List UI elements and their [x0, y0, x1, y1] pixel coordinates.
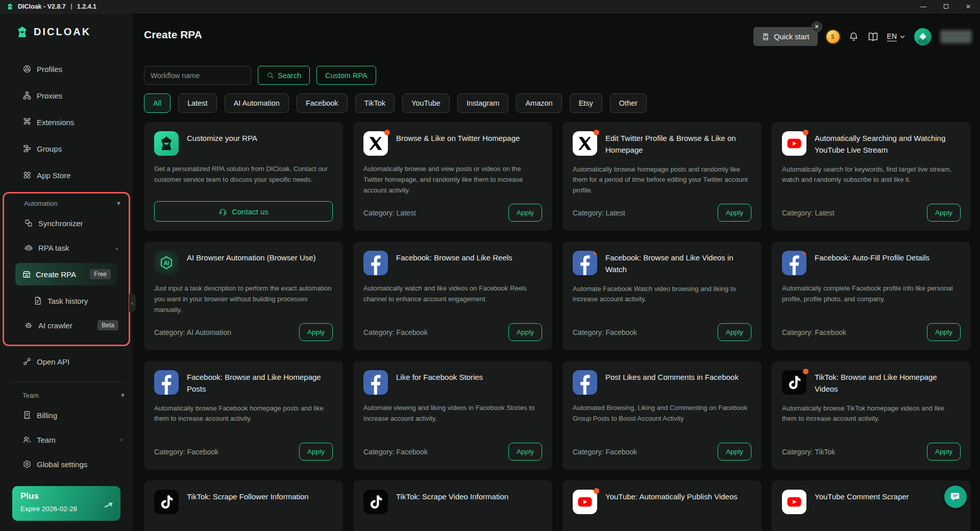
card-title: Post Likes and Comments in Facebook: [605, 371, 739, 383]
sidebar-collapse-handle[interactable]: ‹: [129, 294, 136, 312]
apply-button[interactable]: Apply: [508, 443, 542, 461]
rpa-card-grid: Customize your RPA Get a personalized RP…: [144, 122, 971, 531]
rpa-card[interactable]: Edit Twitter Profile & Browse & Like on …: [562, 122, 762, 231]
tiktok-icon: [154, 490, 179, 514]
apply-button[interactable]: Apply: [718, 204, 751, 222]
filter-chip-all[interactable]: All: [144, 93, 170, 113]
quick-start-button[interactable]: Quick start: [753, 27, 817, 46]
rpa-card[interactable]: TikTok: Scrape Follower Information: [144, 480, 343, 531]
youtube-icon: [782, 490, 806, 514]
filter-chip-other[interactable]: Other: [610, 93, 647, 113]
apply-button[interactable]: Apply: [927, 443, 961, 461]
filter-chip-youtube[interactable]: YouTube: [402, 93, 450, 113]
rpa-card[interactable]: Browse & Like on Twitter Homepage Automa…: [353, 122, 552, 231]
rpa-card[interactable]: Automatically Searching and Watching You…: [772, 122, 971, 231]
filter-chip-etsy[interactable]: Etsy: [570, 93, 602, 113]
rpa-card[interactable]: Facebook: Browse and Like Videos in Watc…: [562, 242, 762, 350]
apply-button[interactable]: Apply: [299, 323, 333, 341]
support-chat-button[interactable]: [944, 486, 967, 508]
card-category: Category: Facebook: [782, 328, 846, 336]
apply-button[interactable]: Apply: [299, 443, 333, 461]
item-label: Task history: [47, 297, 88, 305]
document-icon: [33, 296, 42, 305]
sidebar-item-proxies[interactable]: Proxies: [0, 82, 133, 109]
chat-bubble-icon: [949, 491, 962, 503]
contact-us-button[interactable]: Contact us: [154, 201, 333, 222]
apply-button[interactable]: Apply: [927, 323, 961, 341]
search-button[interactable]: Search: [258, 66, 310, 85]
rpa-card[interactable]: YouTube Comment Scraper: [772, 480, 971, 531]
sidebar-item-billing[interactable]: Billing: [0, 403, 133, 427]
profiles-icon: [22, 64, 32, 74]
filter-chip-amazon[interactable]: Amazon: [516, 93, 561, 113]
sidebar-logo: DICLOAK: [0, 13, 133, 42]
sidebar-item-synchronizer[interactable]: Synchronizer: [4, 211, 129, 235]
header-actions: Quick start ✕ $ EN: [753, 27, 972, 46]
close-icon[interactable]: ✕: [812, 21, 822, 32]
filter-chip-latest[interactable]: Latest: [178, 93, 217, 113]
filter-chip-instagram[interactable]: Instagram: [457, 93, 508, 113]
maximize-button[interactable]: [944, 4, 948, 9]
card-title: Customize your RPA: [187, 132, 257, 144]
card-description: Automatically browse homepage posts and …: [573, 164, 751, 196]
docs-book-icon[interactable]: [868, 31, 878, 42]
sidebar-item-rpa-task[interactable]: RPA task ⌄: [4, 235, 129, 260]
notification-bell-icon[interactable]: [848, 31, 859, 42]
sidebar-item-profiles[interactable]: Profiles: [0, 56, 133, 82]
sidebar-item-open-api[interactable]: Open API: [0, 348, 133, 375]
ai-automation-icon: AI: [154, 251, 179, 275]
synchronizer-icon: [24, 219, 33, 228]
filter-chip-ai-automation[interactable]: AI Automation: [225, 93, 289, 113]
sidebar-section-team[interactable]: Team ▼: [0, 388, 133, 403]
facebook-icon: [363, 370, 388, 395]
rpa-card[interactable]: Facebook: Browse and Like Homepage Posts…: [144, 361, 343, 470]
section-label: Automation: [24, 200, 58, 207]
app-store-icon: [22, 171, 32, 180]
rpa-card[interactable]: AI AI Browser Automation (Browser Use) J…: [144, 242, 343, 350]
search-label: Search: [278, 71, 301, 80]
sidebar-item-global-settings[interactable]: Global settings: [0, 452, 133, 476]
sidebar-item-extensions[interactable]: ⌘ Extensions: [0, 109, 133, 135]
headset-icon: [218, 207, 227, 216]
rpa-card[interactable]: Post Likes and Comments in Facebook Auto…: [562, 361, 762, 470]
sidebar-section-automation[interactable]: Automation ▼: [4, 196, 129, 211]
language-selector[interactable]: EN: [887, 32, 905, 41]
item-label: RPA task: [38, 244, 69, 252]
minimize-button[interactable]: —: [920, 4, 926, 10]
sidebar-item-groups[interactable]: Groups: [0, 135, 133, 162]
item-label: Team: [37, 436, 56, 444]
custom-rpa-button[interactable]: Custom RPA: [316, 66, 376, 85]
rpa-card[interactable]: Facebook: Browse and Like Reels Automati…: [353, 242, 552, 350]
close-button[interactable]: ✕: [966, 4, 971, 10]
apply-button[interactable]: Apply: [718, 323, 751, 341]
plus-plan-card[interactable]: Plus Expire 2026-02-28: [12, 486, 120, 521]
language-code: EN: [887, 32, 897, 41]
apply-button[interactable]: Apply: [508, 323, 542, 341]
card-description: Automatically browse Facebook homepage p…: [154, 403, 333, 425]
filter-chip-facebook[interactable]: Facebook: [297, 93, 348, 113]
sidebar-item-app-store[interactable]: App Store: [0, 162, 133, 188]
card-description: Automatically browse and view posts or v…: [363, 164, 542, 196]
rpa-card[interactable]: TikTok: Browse and Like Homepage Videos …: [772, 361, 971, 470]
item-label: App Store: [37, 171, 71, 180]
sidebar-item-task-history[interactable]: Task history: [4, 288, 129, 313]
coin-credit-icon[interactable]: $: [826, 30, 840, 43]
rpa-card[interactable]: Facebook: Auto-Fill Profile Details Auto…: [772, 242, 971, 350]
filter-chip-tiktok[interactable]: TikTok: [355, 93, 395, 113]
rpa-card[interactable]: Customize your RPA Get a personalized RP…: [144, 122, 343, 231]
sidebar-item-team[interactable]: Team ›: [0, 427, 133, 452]
rpa-card[interactable]: Like for Facebook Stories Automate viewi…: [353, 361, 552, 470]
sidebar-item-ai-crawler[interactable]: AI crawler Beta: [4, 313, 129, 337]
avatar[interactable]: [914, 28, 932, 45]
custom-rpa-label: Custom RPA: [325, 71, 368, 80]
workflow-name-input[interactable]: [144, 66, 251, 85]
apply-button[interactable]: Apply: [718, 443, 751, 461]
storefront-icon: [22, 270, 31, 279]
card-title: YouTube: Automatically Publish Videos: [605, 491, 738, 502]
rpa-card[interactable]: YouTube: Automatically Publish Videos: [562, 480, 762, 531]
username-redacted: [940, 30, 972, 43]
apply-button[interactable]: Apply: [927, 204, 961, 222]
rpa-card[interactable]: TikTok: Scrape Video Information: [353, 480, 552, 531]
apply-button[interactable]: Apply: [508, 204, 542, 222]
sidebar-item-create-rpa[interactable]: Create RPA Free: [15, 263, 117, 285]
